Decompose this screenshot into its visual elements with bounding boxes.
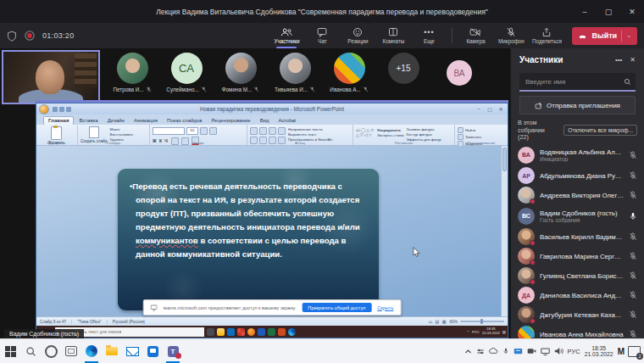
mic-on-icon[interactable] [629, 212, 637, 221]
more-button[interactable]: ••• Еще [412, 25, 446, 46]
avatar-tile[interactable]: Петрова И... [108, 53, 156, 92]
mic-off-button[interactable]: Микрофон [494, 25, 528, 46]
mic-muted-icon[interactable] [629, 171, 637, 180]
leave-button[interactable]: Выйти ⌄ [572, 27, 637, 45]
task-view-button[interactable] [61, 339, 81, 363]
avatar-tile[interactable]: Фомина М... [217, 53, 264, 92]
slide-scrollbar [501, 146, 508, 316]
participant-row[interactable]: ДА Данилова Василиса Андреевна [511, 286, 644, 305]
avatar-tile[interactable]: СА Сулеймано... [163, 53, 210, 92]
mic-muted-icon[interactable] [629, 151, 637, 159]
tray-monitor-icon[interactable] [541, 348, 550, 355]
participant-row[interactable]: Гаврилова Марина Сергеевна [511, 247, 644, 266]
tray-screenshare-icon[interactable] [514, 348, 523, 355]
participant-row[interactable]: Гулиянц Светлана Борисовна [511, 266, 644, 286]
participant-avatar [518, 228, 535, 245]
participant-row[interactable]: Джгубурия Кетеван Кахаберов... [511, 305, 644, 325]
tray-mic-icon[interactable] [502, 347, 509, 355]
chat-button[interactable]: Чат [305, 25, 339, 46]
participant-search-input[interactable] [524, 77, 624, 87]
participant-row[interactable]: Васильев Кирилл Вадимович [511, 227, 644, 247]
participant-row[interactable]: АР Абдульмянова Диана Рустамо... [511, 166, 644, 186]
ppt-titlebar: Новая парадигма переводоведения - Micros… [36, 103, 508, 114]
mic-muted-icon[interactable] [629, 291, 637, 299]
taskbar-search-button[interactable] [20, 339, 41, 363]
meeting-section-row: В этом собрании (22) Отключить все микро… [511, 120, 644, 144]
close-button[interactable]: ✕ [620, 0, 644, 23]
store-icon [227, 328, 235, 336]
task-view-icon [65, 346, 77, 356]
mail-button[interactable] [122, 339, 142, 363]
avatar-tile[interactable]: Иванова А... [325, 53, 373, 92]
maximize-button[interactable]: ▢ [597, 0, 620, 23]
mic-muted-icon[interactable] [629, 271, 637, 280]
participant-row[interactable]: ВС Вадим Сдобников (гость)Гость собрания [511, 205, 644, 227]
mic-muted-icon[interactable] [629, 232, 637, 241]
avatar-tile[interactable]: Тивьяева И... [271, 53, 319, 92]
participant-row[interactable]: Андреева Виктория Олеговна [511, 186, 644, 205]
meeting-stage: Петрова И... СА Сулеймано... Фомина М...… [0, 48, 510, 338]
teams-button[interactable]: T [163, 339, 183, 363]
participant-search [519, 73, 636, 92]
mute-all-button[interactable]: Отключить все микроф... [564, 125, 637, 136]
share-button[interactable]: Поделиться [530, 25, 564, 46]
tray-chevron-icon[interactable] [464, 348, 472, 355]
screen-share-banner: teams.microsoft.com предоставляет доступ… [143, 299, 402, 316]
recording-icon [25, 31, 35, 41]
replace-icon [458, 134, 464, 140]
edge-icon [288, 328, 296, 336]
mic-muted-icon[interactable] [629, 310, 637, 319]
participant-row[interactable]: ВА Водяницкая Альбина Александ...Инициат… [511, 144, 644, 166]
participants-button[interactable]: Участники [269, 25, 303, 46]
shared-notification-icon: ▤ [502, 330, 506, 334]
panel-more-icon[interactable]: ••• [615, 56, 622, 64]
leave-options-chevron[interactable]: ⌄ [621, 31, 631, 42]
phone-icon [578, 32, 587, 39]
tray-onedrive-icon[interactable] [489, 348, 498, 355]
mic-muted-icon [309, 87, 315, 92]
taskbar-clock[interactable]: 18:35 21.03.2022 [585, 345, 613, 358]
send-invite-button[interactable]: Отправка приглашения [519, 96, 636, 114]
zoom-slider [460, 321, 504, 322]
speaker-face [36, 60, 64, 94]
minimize-button[interactable]: – [573, 0, 597, 23]
tray-chevron-icon: ⌃ [466, 330, 469, 334]
word-icon [258, 328, 265, 336]
language-indicator[interactable]: РУС [568, 348, 580, 355]
corner-avatar[interactable]: ВА [447, 60, 472, 86]
participant-row[interactable]: Иванова Анна Михайловна [511, 325, 644, 339]
ribbon-group-editing: Найти Заменить Выделить Редактирование [455, 125, 508, 145]
camera-off-button[interactable]: Камера [458, 25, 492, 46]
overflow-tile[interactable]: +15 [380, 53, 427, 92]
speaker-video-tile[interactable] [2, 50, 100, 104]
bullets-icon [250, 127, 258, 135]
cortana-button[interactable] [41, 339, 61, 363]
mic-muted-icon[interactable] [629, 252, 637, 260]
tray-equalizer-icon[interactable] [476, 348, 485, 355]
tab-vid: Вид [256, 117, 274, 125]
panel-close-icon[interactable]: ✕ [630, 56, 636, 64]
participant-avatar: ДА [518, 287, 535, 304]
search-icon [624, 78, 631, 86]
tray-camera-icon[interactable] [527, 348, 536, 355]
mail-agent-icon[interactable]: М [618, 347, 624, 356]
rooms-button[interactable]: Комнаты [376, 25, 410, 46]
action-center-icon[interactable]: 2 [628, 346, 641, 357]
tray-volume-icon[interactable] [554, 347, 564, 355]
new-slide-icon [89, 126, 99, 138]
participant-avatar: ВА [518, 147, 535, 164]
edge-button[interactable] [81, 339, 102, 363]
file-explorer-button[interactable] [102, 339, 122, 363]
presence-busy-dot [530, 198, 536, 204]
ribbon-group-clipboard: Вставить Буфер об... [36, 125, 78, 145]
chat-app-button[interactable] [142, 339, 163, 363]
more-icon: ••• [424, 27, 434, 37]
mic-muted-icon [363, 87, 369, 92]
reactions-button[interactable]: Реакции [341, 25, 375, 46]
ribbon-group-font: 60 Ж К Ч Шрифт [150, 125, 247, 145]
mic-muted-icon[interactable] [629, 191, 637, 199]
theme-name: "Тема Office" [77, 320, 107, 324]
participants-panel: Участники ••• ✕ Отправка приглашения В э… [510, 48, 644, 338]
start-button[interactable] [0, 339, 20, 363]
mic-muted-icon[interactable] [629, 330, 637, 338]
